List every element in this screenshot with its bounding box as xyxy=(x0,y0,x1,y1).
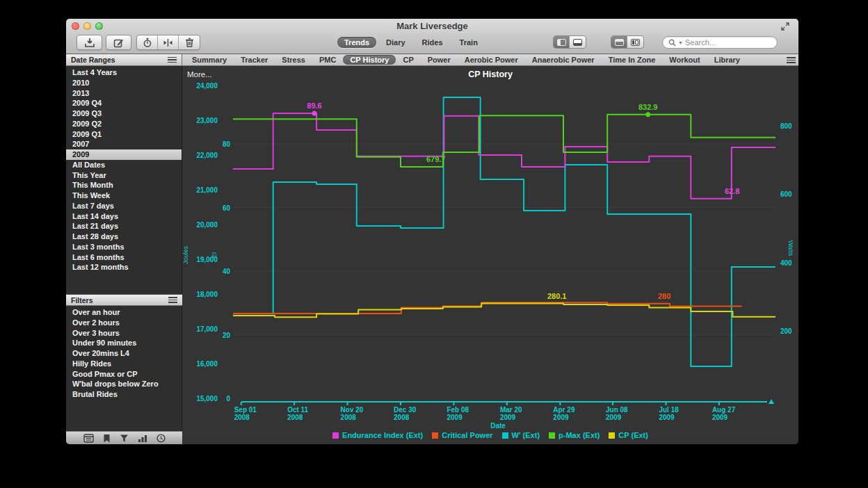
joules-tick-22000: 22,000 xyxy=(196,152,218,159)
joules-tick-17000: 17,000 xyxy=(196,325,218,333)
app-window: Mark Liversedge TrendsDiaryRidesTrain xyxy=(66,19,798,444)
x-tick-year-mar-20: 2009 xyxy=(500,414,516,421)
x-tick-year-oct-11: 2008 xyxy=(287,414,303,421)
date-range-2010[interactable]: 2010 xyxy=(66,78,182,88)
date-range-last-28-days[interactable]: Last 28 days xyxy=(66,231,182,242)
date-range-last-14-days[interactable]: Last 14 days xyxy=(66,211,182,222)
search-icon xyxy=(668,39,676,47)
tab-cp-history[interactable]: CP History xyxy=(343,55,396,65)
filter-hilly-rides[interactable]: Hilly Rides xyxy=(66,359,182,369)
legend-item-endurance-index-ext: Endurance Index (Ext) xyxy=(332,431,423,439)
ei-tick-60: 60 xyxy=(223,204,231,212)
tab-cp[interactable]: CP xyxy=(396,55,420,65)
annotation-679-7: 679.7 xyxy=(426,155,446,163)
date-range-2009-q4[interactable]: 2009 Q4 xyxy=(66,98,182,108)
x-tick-year-apr-29: 2009 xyxy=(553,414,569,421)
clock-icon[interactable] xyxy=(156,434,166,443)
date-ranges-title: Date Ranges xyxy=(71,56,115,64)
legend-label-p-max-ext: p-Max (Ext) xyxy=(558,431,600,439)
date-range-2009-q1[interactable]: 2009 Q1 xyxy=(66,129,182,140)
ei-tick-20: 20 xyxy=(223,332,231,339)
tab-stress[interactable]: Stress xyxy=(275,55,312,65)
date-range-this-week[interactable]: This Week xyxy=(66,190,182,201)
filters-menu-icon[interactable] xyxy=(168,297,177,303)
date-range-last-21-days[interactable]: Last 21 days xyxy=(66,221,182,231)
filter-brutal-rides[interactable]: Brutal Rides xyxy=(66,389,182,400)
filter-over-an-hour[interactable]: Over an hour xyxy=(66,307,182,318)
edit-metadata-button[interactable] xyxy=(106,35,131,50)
legend-swatch-endurance-index-ext xyxy=(332,432,339,439)
watts-tick-600: 600 xyxy=(780,190,792,198)
x-tick-label-jul-18: Jul 18 xyxy=(659,406,679,414)
date-range-all-dates[interactable]: All Dates xyxy=(66,160,182,170)
date-range-last-3-months[interactable]: Last 3 months xyxy=(66,242,182,252)
delete-ride-button[interactable] xyxy=(179,35,200,49)
date-range-last-6-months[interactable]: Last 6 months xyxy=(66,252,182,263)
tab-power[interactable]: Power xyxy=(421,55,458,65)
date-range-this-month[interactable]: This Month xyxy=(66,180,182,190)
filter-over-20mins-l4[interactable]: Over 20mins L4 xyxy=(66,348,182,359)
layout-toggle-group xyxy=(611,35,644,49)
single-view-button[interactable] xyxy=(611,36,627,48)
filter-over-2-hours[interactable]: Over 2 hours xyxy=(66,318,182,328)
fullscreen-icon[interactable] xyxy=(780,22,790,31)
x-tick-label-sep-01: Sep 01 xyxy=(234,406,257,414)
series-line-cp-ext xyxy=(233,304,775,318)
tab-summary[interactable]: Summary xyxy=(185,55,234,65)
tab-tracker[interactable]: Tracker xyxy=(234,55,275,65)
filter-over-3-hours[interactable]: Over 3 hours xyxy=(66,328,182,339)
tab-pmc[interactable]: PMC xyxy=(312,55,343,65)
x-tick-label-mar-20: Mar 20 xyxy=(500,406,522,414)
left-panel-icon xyxy=(557,39,566,46)
legend-item-critical-power: Critical Power xyxy=(432,431,492,439)
ride-actions-group xyxy=(136,35,200,50)
joules-tick-20000: 20,000 xyxy=(196,221,218,229)
save-button[interactable] xyxy=(77,35,102,50)
legend-item-cp-ext: CP (Ext) xyxy=(609,431,648,439)
x-tick-label-apr-29: Apr 29 xyxy=(553,406,575,414)
bookmark-icon[interactable] xyxy=(103,434,111,443)
date-range-last-4-years[interactable]: Last 4 Years xyxy=(66,67,182,78)
date-range-2007[interactable]: 2007 xyxy=(66,139,182,149)
date-range-2009[interactable]: 2009 xyxy=(66,149,182,160)
tab-time-in-zone[interactable]: Time In Zone xyxy=(602,55,663,65)
tab-library[interactable]: Library xyxy=(707,55,747,65)
chart-bars-icon[interactable] xyxy=(138,434,147,443)
filter-good-pmax-or-cp[interactable]: Good Pmax or CP xyxy=(66,369,182,380)
view-train[interactable]: Train xyxy=(453,37,485,48)
filter-w-bal-drops-below-zero[interactable]: W'bal drops below Zero xyxy=(66,379,182,389)
date-ranges-menu-icon[interactable] xyxy=(168,57,177,63)
view-switcher: TrendsDiaryRidesTrain xyxy=(337,37,485,48)
date-range-2013[interactable]: 2013 xyxy=(66,88,182,99)
filters-title: Filters xyxy=(71,296,93,304)
joules-tick-18000: 18,000 xyxy=(196,291,218,298)
search-input[interactable]: ▼ Search... xyxy=(662,36,778,49)
legend-swatch-p-max-ext xyxy=(549,432,555,439)
tiled-pane-icon xyxy=(631,39,640,46)
date-range-this-year[interactable]: This Year xyxy=(66,170,182,181)
series-line-endurance-index-ext xyxy=(233,113,775,199)
date-range-2009-q3[interactable]: 2009 Q3 xyxy=(66,108,182,119)
filter-under-90-minutes[interactable]: Under 90 minutes xyxy=(66,338,182,348)
date-range-2009-q2[interactable]: 2009 Q2 xyxy=(66,119,182,129)
toggle-sidebar-button[interactable] xyxy=(554,36,570,48)
filter-funnel-icon[interactable] xyxy=(120,434,129,443)
search-scope-caret-icon[interactable]: ▼ xyxy=(678,40,683,45)
view-diary[interactable]: Diary xyxy=(379,37,412,48)
tab-anaerobic-power[interactable]: Anaerobic Power xyxy=(525,55,602,65)
split-ride-button[interactable] xyxy=(158,35,179,49)
calendar-icon[interactable] xyxy=(83,434,94,443)
tiled-view-button[interactable] xyxy=(627,36,643,48)
view-trends[interactable]: Trends xyxy=(337,37,376,48)
tabbar-menu-icon[interactable] xyxy=(787,57,796,63)
x-tick-label-jun-08: Jun 08 xyxy=(606,406,628,414)
tab-aerobic-power[interactable]: Aerobic Power xyxy=(458,55,525,65)
toggle-bottombar-button[interactable] xyxy=(570,36,586,48)
date-range-last-7-days[interactable]: Last 7 days xyxy=(66,201,182,211)
pace-stopwatch-button[interactable] xyxy=(137,35,158,49)
annotation-62-8: 62.8 xyxy=(725,187,739,195)
view-rides[interactable]: Rides xyxy=(415,37,450,48)
marker-89-6 xyxy=(312,111,317,116)
tab-workout[interactable]: Workout xyxy=(662,55,707,65)
date-range-last-12-months[interactable]: Last 12 months xyxy=(66,262,182,273)
